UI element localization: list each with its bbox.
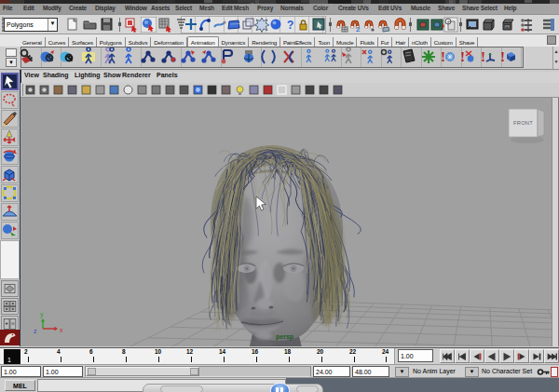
svg-text:IPR: IPR xyxy=(505,25,511,29)
svg-text:y: y xyxy=(40,311,44,318)
svg-text:!: ! xyxy=(481,49,485,64)
svg-text:x: x xyxy=(60,327,63,333)
svg-text:!: ! xyxy=(500,49,505,64)
svg-text:persp: persp xyxy=(276,333,293,341)
svg-text:!: ! xyxy=(441,49,445,64)
svg-text:?: ? xyxy=(287,19,293,32)
svg-text:2: 2 xyxy=(356,25,361,33)
svg-text:z: z xyxy=(34,328,37,334)
svg-text:!: ! xyxy=(460,49,465,64)
svg-text:FRONT: FRONT xyxy=(513,120,533,126)
